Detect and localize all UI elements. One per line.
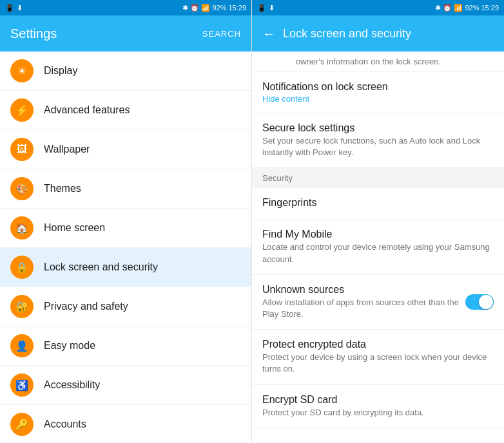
protect-encrypted-subtitle: Protect your device by using a screen lo…	[262, 352, 494, 375]
detail-notifications-lock[interactable]: Notifications on lock screen Hide conten…	[252, 72, 504, 113]
sidebar-item-accessibility[interactable]: ♿ Accessibility	[0, 366, 251, 405]
status-icons-right: ✱ ⏰ 📶 92% 15:29	[182, 4, 246, 12]
themes-icon: 🎨	[10, 177, 34, 200]
privacy-label: Privacy and safety	[44, 301, 128, 312]
encrypt-sd-subtitle: Protect your SD card by encrypting its d…	[262, 407, 494, 419]
home-screen-label: Home screen	[44, 222, 105, 234]
partial-top-label: owner's information on the lock screen.	[296, 57, 441, 66]
unknown-sources-subtitle: Allow installation of apps from sources …	[262, 297, 460, 320]
left-panel: 📱 ⬇ ✱ ⏰ 📶 92% 15:29 Settings SEARCH ☀ Di…	[0, 0, 252, 443]
notification-icon-r: 📱	[257, 4, 266, 12]
display-label: Display	[44, 65, 77, 77]
right-header: ← Lock screen and security	[252, 15, 504, 52]
search-button[interactable]: SEARCH	[202, 29, 241, 39]
detail-protect-encrypted[interactable]: Protect encrypted data Protect your devi…	[252, 330, 504, 384]
detail-find-my-mobile[interactable]: Find My Mobile Locate and control your d…	[252, 220, 504, 274]
partial-top-text: owner's information on the lock screen.	[252, 52, 504, 72]
settings-title: Settings	[10, 26, 57, 41]
sidebar-item-wallpaper[interactable]: 🖼 Wallpaper	[0, 130, 251, 169]
sidebar-item-privacy[interactable]: 🔐 Privacy and safety	[0, 287, 251, 326]
secure-lock-subtitle: Set your secure lock functions, such as …	[262, 135, 494, 158]
bluetooth-icon-r: ✱	[435, 4, 441, 12]
find-my-mobile-subtitle: Locate and control your device remotely …	[262, 241, 494, 265]
protect-encrypted-title: Protect encrypted data	[262, 339, 494, 350]
signal-icon-r: 📶	[454, 4, 463, 12]
display-icon: ☀	[10, 59, 34, 82]
secure-lock-title: Secure lock settings	[262, 122, 494, 134]
accounts-icon: 🔑	[10, 413, 34, 436]
notifications-lock-title: Notifications on lock screen	[262, 81, 494, 93]
accessibility-label: Accessibility	[44, 379, 100, 391]
sidebar-item-lock-screen[interactable]: 🔒 Lock screen and security	[0, 248, 251, 287]
advanced-features-icon: ⚡	[10, 99, 34, 122]
time-left: 15:29	[228, 4, 246, 12]
alarm-icon-r: ⏰	[443, 4, 452, 12]
unknown-sources-toggle[interactable]	[465, 294, 494, 310]
settings-list: ☀ Display ⚡ Advanced features 🖼 Wallpape…	[0, 52, 251, 443]
easy-mode-icon: 👤	[10, 334, 34, 357]
sidebar-item-themes[interactable]: 🎨 Themes	[0, 169, 251, 209]
security-label: Security	[262, 173, 293, 183]
unknown-sources-title: Unknown sources	[262, 284, 460, 296]
lock-screen-icon: 🔒	[10, 256, 34, 279]
battery-text: 92%	[212, 4, 226, 12]
status-icons-right-right: ✱ ⏰ 📶 92% 15:29	[435, 4, 499, 12]
unknown-sources-text: Unknown sources Allow installation of ap…	[262, 284, 465, 320]
right-panel: 📱 ⬇ ✱ ⏰ 📶 92% 15:29 ← Lock screen and se…	[252, 0, 504, 443]
status-icons-right-left: 📱 ⬇	[257, 4, 275, 12]
easy-mode-label: Easy mode	[44, 340, 95, 352]
time-right: 15:29	[481, 4, 499, 12]
detail-content: owner's information on the lock screen. …	[252, 52, 504, 443]
detail-encrypt-sd[interactable]: Encrypt SD card Protect your SD card by …	[252, 385, 504, 428]
download-icon: ⬇	[17, 4, 23, 12]
detail-unknown-sources[interactable]: Unknown sources Allow installation of ap…	[252, 275, 504, 330]
status-bar-right: 📱 ⬇ ✱ ⏰ 📶 92% 15:29	[252, 0, 504, 15]
wallpaper-icon: 🖼	[10, 138, 34, 161]
download-icon-r: ⬇	[269, 4, 275, 12]
detail-fingerprints[interactable]: Fingerprints	[252, 188, 504, 220]
fingerprints-title: Fingerprints	[262, 197, 494, 209]
status-bar-left: 📱 ⬇ ✱ ⏰ 📶 92% 15:29	[0, 0, 251, 15]
themes-label: Themes	[44, 183, 81, 194]
notification-icon: 📱	[5, 4, 14, 12]
sidebar-item-accounts[interactable]: 🔑 Accounts	[0, 405, 251, 443]
unknown-sources-row: Unknown sources Allow installation of ap…	[262, 284, 494, 320]
hide-content-link[interactable]: Hide content	[262, 94, 494, 104]
advanced-features-label: Advanced features	[44, 104, 130, 116]
battery-text-r: 92%	[465, 4, 479, 12]
alarm-icon: ⏰	[190, 4, 199, 12]
home-screen-icon: 🏠	[10, 216, 34, 240]
sidebar-item-advanced-features[interactable]: ⚡ Advanced features	[0, 91, 251, 130]
lock-screen-title: Lock screen and security	[283, 27, 494, 41]
back-button[interactable]: ←	[262, 26, 275, 41]
accounts-label: Accounts	[44, 419, 86, 430]
left-header: Settings SEARCH	[0, 15, 251, 52]
find-my-mobile-title: Find My Mobile	[262, 229, 494, 240]
sidebar-item-home-screen[interactable]: 🏠 Home screen	[0, 209, 251, 248]
bluetooth-icon: ✱	[182, 4, 188, 12]
signal-icon: 📶	[201, 4, 210, 12]
wallpaper-label: Wallpaper	[44, 144, 90, 155]
security-section-header: Security	[252, 168, 504, 188]
encrypt-sd-title: Encrypt SD card	[262, 394, 494, 406]
sidebar-item-easy-mode[interactable]: 👤 Easy mode	[0, 326, 251, 366]
sidebar-item-display[interactable]: ☀ Display	[0, 52, 251, 91]
privacy-icon: 🔐	[10, 295, 34, 318]
status-icons-left: 📱 ⬇	[5, 4, 23, 12]
lock-screen-label: Lock screen and security	[44, 261, 158, 273]
toggle-knob	[479, 295, 493, 309]
detail-secure-lock[interactable]: Secure lock settings Set your secure loc…	[252, 113, 504, 168]
accessibility-icon: ♿	[10, 373, 34, 397]
